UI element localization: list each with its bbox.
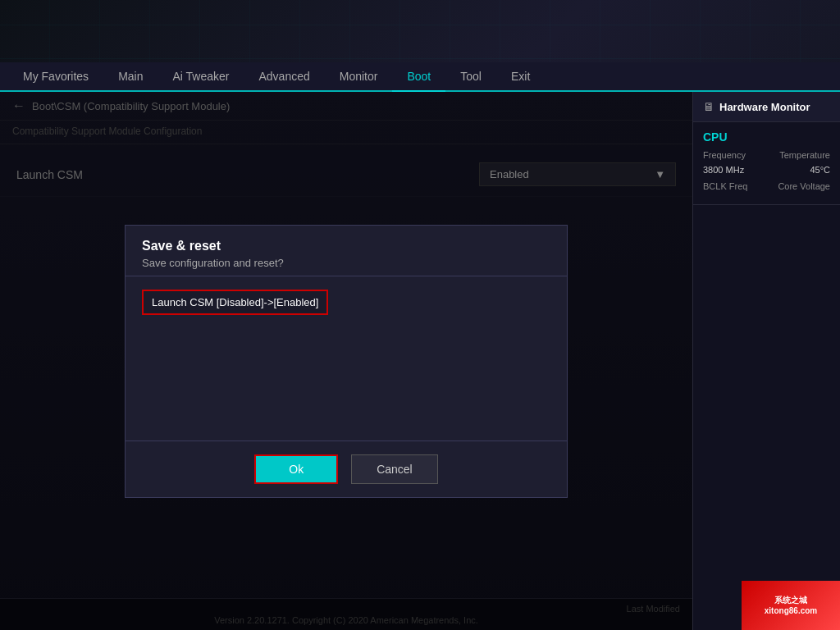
tab-exit[interactable]: Exit — [496, 62, 545, 91]
content-area: ← Boot\CSM (Compatibility Support Module… — [0, 92, 840, 630]
modal-header: Save & reset Save configuration and rese… — [126, 226, 567, 276]
monitor-icon: 🖥 — [703, 100, 714, 113]
bclk-label: BCLK Freq — [703, 181, 747, 191]
cpu-section: CPU Frequency Temperature 3800 MHz 45°C … — [693, 122, 840, 205]
tab-ai-tweaker[interactable]: Ai Tweaker — [158, 62, 244, 91]
watermark: 系统之城 xitong86.com — [742, 581, 840, 630]
change-item: Launch CSM [Disabled]->[Enabled] — [142, 290, 328, 315]
tab-advanced[interactable]: Advanced — [244, 62, 324, 91]
tab-boot[interactable]: Boot — [392, 62, 445, 92]
frequency-values: 3800 MHz 45°C — [703, 165, 830, 175]
modal-body: Launch CSM [Disabled]->[Enabled] — [126, 276, 567, 441]
temperature-value: 45°C — [810, 165, 830, 175]
modal-overlay: Save & reset Save configuration and rese… — [0, 92, 692, 630]
frequency-label: Frequency — [703, 150, 746, 160]
modal-title: Save & reset — [142, 239, 550, 253]
hw-monitor-title: Hardware Monitor — [719, 101, 810, 113]
frequency-value: 3800 MHz — [703, 165, 744, 175]
bclk-row: BCLK Freq Core Voltage — [703, 181, 830, 191]
hardware-monitor-panel: 🖥 Hardware Monitor CPU Frequency Tempera… — [692, 92, 840, 630]
main-panel: ← Boot\CSM (Compatibility Support Module… — [0, 92, 692, 630]
save-reset-modal: Save & reset Save configuration and rese… — [125, 225, 568, 498]
modal-subtitle: Save configuration and reset? — [142, 257, 550, 269]
watermark-text: 系统之城 xitong86.com — [765, 595, 817, 616]
core-voltage-label: Core Voltage — [778, 181, 830, 191]
nav-tabs: My Favorites Main Ai Tweaker Advanced Mo… — [0, 62, 840, 92]
tab-my-favorites[interactable]: My Favorites — [8, 62, 103, 91]
tab-tool[interactable]: Tool — [445, 62, 496, 91]
tab-main[interactable]: Main — [103, 62, 158, 91]
temperature-label: Temperature — [779, 150, 830, 160]
cpu-label: CPU — [703, 130, 830, 144]
frequency-row: Frequency Temperature — [703, 150, 830, 160]
tab-monitor[interactable]: Monitor — [325, 62, 393, 91]
hw-monitor-header: 🖥 Hardware Monitor — [693, 92, 840, 122]
cancel-button[interactable]: Cancel — [351, 454, 438, 484]
modal-footer: Ok Cancel — [126, 441, 567, 497]
ok-button[interactable]: Ok — [254, 454, 338, 484]
